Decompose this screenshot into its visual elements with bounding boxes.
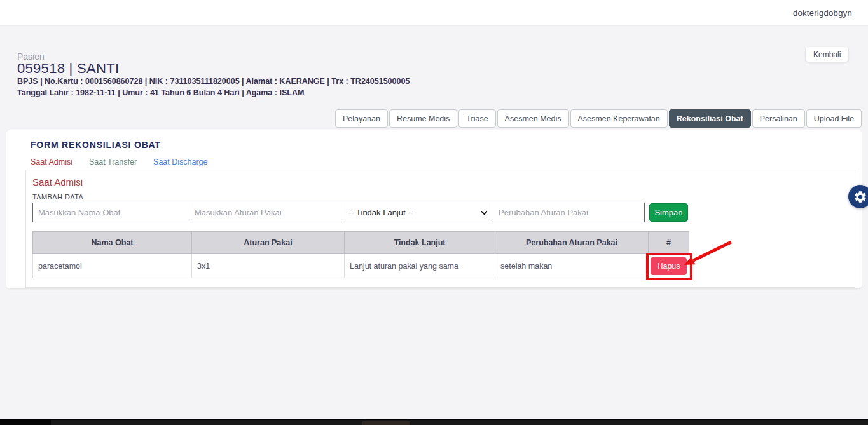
hapus-button[interactable]: Hapus [651, 257, 687, 275]
form-title: FORM REKONSILIASI OBAT [31, 140, 161, 150]
cell-tindak-lanjut: Lanjut aturan pakai yang sama [345, 254, 495, 278]
taskbar-segment-left [0, 420, 51, 425]
app: dokterigdobgyn Pasien 059518 | SANTI BPJ… [0, 0, 868, 425]
saat-admisi-panel: Saat Admisi TAMBAH DATA -- Tindak Lanjut… [25, 170, 855, 288]
aturan-pakai-input[interactable] [189, 203, 343, 222]
logged-in-username[interactable]: dokterigdobgyn [793, 8, 852, 18]
taskbar-segment-center [362, 421, 410, 425]
perubahan-aturan-pakai-input[interactable] [493, 203, 645, 222]
col-header-tindak-lanjut: Tindak Lanjut [345, 232, 495, 254]
tindak-lanjut-select-wrap: -- Tindak Lanjut -- [343, 203, 493, 222]
tab-pelayanan[interactable]: Pelayanan [335, 109, 388, 128]
tambah-data-input-row: -- Tindak Lanjut -- [32, 203, 645, 222]
bottom-taskbar-edge [0, 419, 868, 425]
gear-icon [853, 190, 867, 204]
table-header-row: Nama Obat Aturan Pakai Tindak Lanjut Per… [33, 232, 689, 254]
subtab-saat-admisi[interactable]: Saat Admisi [31, 158, 72, 166]
cell-action: Hapus [649, 254, 689, 278]
obat-table: Nama Obat Aturan Pakai Tindak Lanjut Per… [32, 231, 689, 278]
col-header-aturan-pakai: Aturan Pakai [192, 232, 345, 254]
col-header-perubahan: Perubahan Aturan Pakai [495, 232, 649, 254]
tindak-lanjut-select[interactable]: -- Tindak Lanjut -- [343, 203, 493, 222]
tambah-data-label: TAMBAH DATA [32, 193, 83, 201]
rekonsiliasi-obat-card: FORM REKONSILIASI OBAT Saat Admisi Saat … [6, 130, 862, 288]
tab-rekonsiliasi-obat[interactable]: Rekonsiliasi Obat [669, 109, 751, 128]
top-navbar [0, 0, 868, 26]
table-row: paracetamol 3x1 Lanjut aturan pakai yang… [33, 254, 689, 278]
simpan-button[interactable]: Simpan [649, 203, 688, 222]
subtab-saat-discharge[interactable]: Saat Discharge [153, 158, 207, 166]
cell-nama-obat: paracetamol [33, 254, 192, 278]
cell-perubahan: setelah makan [495, 254, 649, 278]
patient-info-line2: Tanggal Lahir : 1982-11-11 | Umur : 41 T… [17, 88, 304, 97]
col-header-action: # [649, 232, 689, 254]
section-title: Saat Admisi [32, 177, 83, 187]
back-button[interactable]: Kembali [806, 47, 848, 62]
main-tabs: Pelayanan Resume Medis Triase Asesmen Me… [335, 109, 862, 128]
tab-asesmen-keperawatan[interactable]: Asesmen Keperawatan [570, 109, 668, 128]
cell-aturan-pakai: 3x1 [192, 254, 345, 278]
tab-persalinan[interactable]: Persalinan [752, 109, 805, 128]
tab-upload-file[interactable]: Upload File [806, 109, 862, 128]
tab-triase[interactable]: Triase [458, 109, 495, 128]
subtab-saat-transfer[interactable]: Saat Transfer [89, 158, 137, 166]
tab-asesmen-medis[interactable]: Asesmen Medis [497, 109, 569, 128]
col-header-nama-obat: Nama Obat [33, 232, 192, 254]
settings-button[interactable] [848, 185, 868, 208]
patient-id-name: 059518 | SANTI [17, 60, 119, 77]
tab-resume-medis[interactable]: Resume Medis [389, 109, 457, 128]
patient-info-line1: BPJS | No.Kartu : 0001560860728 | NIK : … [17, 77, 410, 86]
rekonsiliasi-subtabs: Saat Admisi Saat Transfer Saat Discharge [31, 158, 208, 166]
nama-obat-input[interactable] [32, 203, 189, 222]
